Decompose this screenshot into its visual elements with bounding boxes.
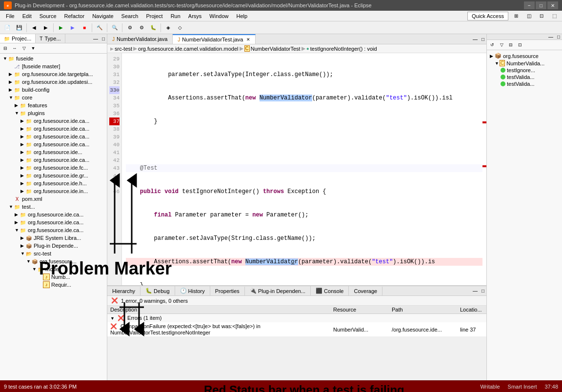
- tab-close-icon[interactable]: ✕: [246, 37, 250, 42]
- menu-source[interactable]: Source: [36, 12, 60, 20]
- tab-numbervalidatortest[interactable]: J NumberValidatorTest.java ✕: [173, 34, 255, 44]
- tab-type[interactable]: T Type...: [36, 34, 65, 43]
- tree-item-updatesite[interactable]: ▶ 📁 org.fusesource.ide.updatesi...: [1, 78, 106, 86]
- tab-properties[interactable]: Properties: [210, 287, 245, 295]
- tree-item-plugin-dep[interactable]: ▶ 📦 Plug-in Depende...: [1, 242, 106, 250]
- rt-item-test2[interactable]: testValida...: [489, 74, 560, 80]
- bottom-panel-min[interactable]: —: [471, 288, 480, 294]
- tree-item-p4[interactable]: ▶ 📁 org.fusesource.ide.ca...: [1, 140, 106, 148]
- menu-file[interactable]: File: [2, 12, 19, 20]
- code-editor[interactable]: 29 30 31 32 33⊙ 34 35 36 37 38 39 40 41 …: [107, 53, 486, 285]
- left-panel-min[interactable]: —: [91, 34, 100, 43]
- tb-misc4[interactable]: ◈: [163, 23, 174, 33]
- tab-debug[interactable]: 🐛Debug: [140, 286, 175, 295]
- tree-item-requir[interactable]: J Requir...: [1, 281, 106, 289]
- tree-collapse-all[interactable]: ⊟: [1, 44, 10, 52]
- tree-item-src-test[interactable]: ▼ 📂 src-test: [1, 250, 106, 257]
- rp-btn2[interactable]: ▽: [497, 41, 506, 49]
- minimize-button[interactable]: −: [524, 1, 535, 9]
- tree-item-p1[interactable]: ▶ 📁 org.fusesource.ide.ca...: [1, 117, 106, 125]
- toolbar-btn-3[interactable]: ⊡: [536, 11, 547, 21]
- tb-misc3[interactable]: 🐛: [148, 23, 159, 33]
- tb-back[interactable]: ◀: [29, 23, 40, 33]
- breadcrumb-method[interactable]: ●testIgnoreNotInteger() : void: [306, 46, 377, 52]
- tree-item-p5[interactable]: ▶ 📁 org.fusesource.ide...: [1, 148, 106, 156]
- rt-item-test1[interactable]: testIgnore...: [489, 67, 560, 74]
- breadcrumb-class[interactable]: CNumberValidatorTest: [244, 45, 301, 52]
- tab-project[interactable]: 📁 Projec...: [0, 34, 36, 43]
- code-content[interactable]: parameter.setJavaType(Integer.class.getN…: [122, 53, 486, 285]
- right-panel-max[interactable]: □: [555, 34, 562, 39]
- tree-item-p10[interactable]: ▶ 📁 org.fusesource.ide.in...: [1, 187, 106, 195]
- tb-search[interactable]: 🔍: [109, 23, 120, 33]
- tree-item-features[interactable]: ▶ 📁 features: [1, 101, 106, 109]
- tree-item-fuseide[interactable]: ▼ 📁 fuseide: [1, 55, 106, 62]
- tree-item-t1[interactable]: ▶ 📁 org.fusesource.ide.ca...: [1, 211, 106, 218]
- tb-save[interactable]: 💾: [14, 23, 24, 33]
- tree-item-p7[interactable]: ▶ 📁 org.fusesource.ide.fc...: [1, 164, 106, 172]
- menu-navigate[interactable]: Navigate: [88, 12, 117, 20]
- tree-item-t2[interactable]: ▶ 📁 org.fusesource.ide.ca...: [1, 218, 106, 226]
- rp-btn1[interactable]: ↺: [488, 41, 497, 49]
- tree-item-jre[interactable]: ▶ 📦 JRE System Libra...: [1, 234, 106, 242]
- rt-item-test3[interactable]: testValida...: [489, 80, 560, 87]
- tab-coverage[interactable]: Coverage: [349, 287, 382, 295]
- menu-edit[interactable]: Edit: [19, 12, 36, 20]
- maximize-button[interactable]: □: [536, 1, 546, 9]
- tb-debug[interactable]: ▶: [67, 23, 78, 33]
- tree-item-p6[interactable]: ▶ 📁 org.fusesource.ide.ca...: [1, 156, 106, 164]
- menu-refactor[interactable]: Refactor: [60, 12, 89, 20]
- menu-help[interactable]: Help: [232, 12, 251, 20]
- tb-misc1[interactable]: ⚙: [124, 23, 135, 33]
- rp-btn3[interactable]: ⊟: [506, 41, 515, 49]
- tree-view-menu[interactable]: ▼: [29, 44, 38, 52]
- menu-search[interactable]: Search: [118, 12, 142, 20]
- tree-item-target[interactable]: ▶ 📁 org.fusesource.ide.targetpla...: [1, 70, 106, 78]
- toolbar-btn-perspective[interactable]: ⊞: [510, 11, 522, 21]
- breadcrumb-src-test[interactable]: src-test: [115, 46, 132, 52]
- rp-btn4[interactable]: ⊡: [516, 41, 524, 49]
- tree-filter[interactable]: ▽: [20, 44, 28, 52]
- menu-project[interactable]: Project: [142, 12, 166, 20]
- tree-item-pom[interactable]: X pom.xml: [1, 195, 106, 203]
- tree-item-test[interactable]: ▼ 📁 test...: [1, 203, 106, 211]
- tree-item-numb[interactable]: J Numb...: [1, 273, 106, 281]
- rt-item-org[interactable]: ▶ 📦 org.fusesource: [489, 52, 560, 59]
- editor-min[interactable]: —: [471, 34, 480, 44]
- tab-hierarchy[interactable]: Hierarchy: [107, 287, 140, 295]
- tree-link-editor[interactable]: ↔: [10, 44, 19, 52]
- errors-group-row[interactable]: ▼ ❌ Errors (1 item): [107, 314, 486, 323]
- menu-window[interactable]: Window: [205, 12, 232, 20]
- tree-item-t3[interactable]: ▼ 📁 org.fusesource.ide.ca...: [1, 226, 106, 234]
- rt-item-class[interactable]: ▼ C NumberValida...: [489, 59, 560, 67]
- tb-misc5[interactable]: ◇: [175, 23, 185, 33]
- tree-item-p3[interactable]: ▶ 📁 org.fusesource.ide.ca...: [1, 133, 106, 140]
- tree-item-p8[interactable]: ▶ 📁 org.fusesource.ide.gr...: [1, 172, 106, 179]
- breadcrumb-arrow[interactable]: ▶: [110, 46, 114, 51]
- tab-plugin-dep[interactable]: 🔌Plug-in Dependen...: [245, 286, 311, 295]
- tree-item-core[interactable]: ▼ 📁 core: [1, 94, 106, 101]
- toolbar-btn-4[interactable]: ⬚: [548, 11, 560, 21]
- tb-run[interactable]: ▶: [56, 23, 66, 33]
- tree-item-build[interactable]: ▶ 📁 build-config: [1, 86, 106, 94]
- toolbar-btn-view[interactable]: ◫: [523, 11, 535, 21]
- tab-history[interactable]: 🕐History: [175, 286, 210, 295]
- left-panel-max[interactable]: □: [100, 34, 107, 43]
- breadcrumb-package[interactable]: org.fusesource.ide.camel.validation.mode…: [138, 46, 238, 52]
- editor-max[interactable]: □: [480, 34, 486, 44]
- tree-arrow[interactable]: ▼: [3, 56, 8, 61]
- tab-console[interactable]: ⬛Console: [311, 286, 349, 295]
- right-panel-min[interactable]: —: [546, 34, 555, 39]
- tree-item-p2[interactable]: ▶ 📁 org.fusesource.ide.ca...: [1, 125, 106, 133]
- tb-misc2[interactable]: ⚙: [136, 23, 147, 33]
- tree-item-plugins[interactable]: ▼ 📁 plugins: [1, 109, 106, 117]
- tree-item-pkg[interactable]: ▼ 📦 org.fusesourc...: [1, 257, 106, 265]
- tb-forward[interactable]: ▶: [40, 23, 51, 33]
- tree-item-master[interactable]: ⎇ [fuseide master]: [1, 62, 106, 70]
- bottom-panel-max[interactable]: □: [480, 288, 486, 294]
- quick-access-button[interactable]: Quick Access: [467, 12, 508, 20]
- tree-item-p9[interactable]: ▶ 📁 org.fusesource.ide.h...: [1, 179, 106, 187]
- tb-stop[interactable]: ■: [79, 23, 90, 33]
- close-button[interactable]: ✕: [547, 1, 558, 9]
- menu-arsys[interactable]: Arsys: [184, 12, 206, 20]
